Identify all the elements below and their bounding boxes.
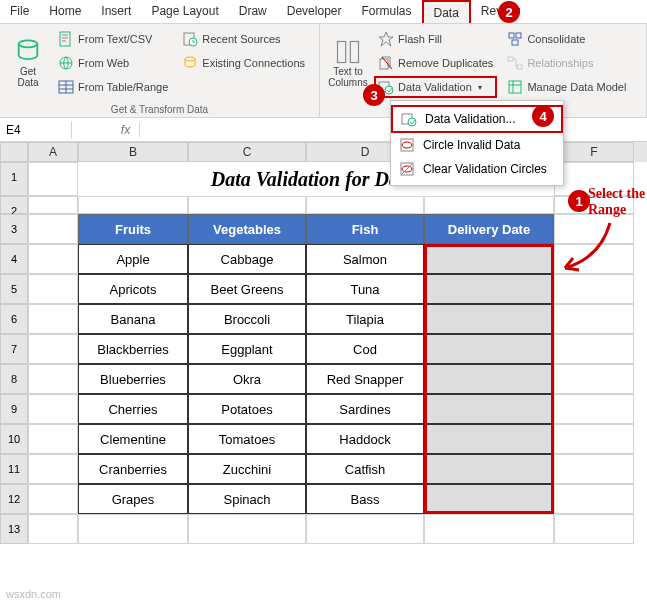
table-cell[interactable]: Broccoli: [188, 304, 306, 334]
row-header[interactable]: 8: [0, 364, 28, 394]
cell[interactable]: [28, 484, 78, 514]
row-header[interactable]: 1: [0, 162, 28, 196]
existing-connections-button[interactable]: Existing Connections: [178, 52, 309, 74]
table-cell[interactable]: [424, 484, 554, 514]
menu-item-circle-invalid[interactable]: Circle Invalid Data: [391, 133, 563, 157]
table-cell[interactable]: Tomatoes: [188, 424, 306, 454]
from-web-button[interactable]: From Web: [54, 52, 172, 74]
table-cell[interactable]: Tuna: [306, 274, 424, 304]
cell[interactable]: [28, 214, 78, 244]
cell[interactable]: [28, 196, 78, 214]
cell[interactable]: [78, 514, 188, 544]
cell[interactable]: [28, 304, 78, 334]
table-cell[interactable]: Blueberries: [78, 364, 188, 394]
tab-insert[interactable]: Insert: [91, 0, 141, 23]
header-fish[interactable]: Fish: [306, 214, 424, 244]
table-cell[interactable]: Apple: [78, 244, 188, 274]
cell[interactable]: [78, 196, 188, 214]
table-cell[interactable]: [424, 334, 554, 364]
table-cell[interactable]: Eggplant: [188, 334, 306, 364]
table-cell[interactable]: Clementine: [78, 424, 188, 454]
table-cell[interactable]: Potatoes: [188, 394, 306, 424]
table-cell[interactable]: Red Snapper: [306, 364, 424, 394]
tab-home[interactable]: Home: [39, 0, 91, 23]
row-header[interactable]: 6: [0, 304, 28, 334]
table-cell[interactable]: Sardines: [306, 394, 424, 424]
cell[interactable]: [28, 364, 78, 394]
tab-file[interactable]: File: [0, 0, 39, 23]
row-header[interactable]: 2: [0, 196, 28, 214]
table-cell[interactable]: Apricots: [78, 274, 188, 304]
row-header[interactable]: 13: [0, 514, 28, 544]
cell[interactable]: [554, 454, 634, 484]
get-data-button[interactable]: Get Data: [8, 28, 48, 98]
row-header[interactable]: 5: [0, 274, 28, 304]
table-cell[interactable]: Spinach: [188, 484, 306, 514]
table-cell[interactable]: Salmon: [306, 244, 424, 274]
data-validation-button[interactable]: Data Validation▾: [374, 76, 497, 98]
from-table-range-button[interactable]: From Table/Range: [54, 76, 172, 98]
table-cell[interactable]: Blackberries: [78, 334, 188, 364]
col-header-f[interactable]: F: [554, 142, 634, 162]
row-header[interactable]: 9: [0, 394, 28, 424]
cell[interactable]: [28, 274, 78, 304]
cell[interactable]: [28, 514, 78, 544]
cell[interactable]: [554, 394, 634, 424]
table-cell[interactable]: Catfish: [306, 454, 424, 484]
row-header[interactable]: 3: [0, 214, 28, 244]
consolidate-button[interactable]: Consolidate: [503, 28, 630, 50]
from-text-csv-button[interactable]: From Text/CSV: [54, 28, 172, 50]
select-all-corner[interactable]: [0, 142, 28, 162]
table-cell[interactable]: [424, 454, 554, 484]
cell[interactable]: [28, 244, 78, 274]
cell[interactable]: [306, 196, 424, 214]
row-header[interactable]: 10: [0, 424, 28, 454]
header-vegetables[interactable]: Vegetables: [188, 214, 306, 244]
cell[interactable]: [188, 514, 306, 544]
table-cell[interactable]: Grapes: [78, 484, 188, 514]
table-cell[interactable]: [424, 364, 554, 394]
menu-item-clear-circles[interactable]: Clear Validation Circles: [391, 157, 563, 181]
cell[interactable]: [28, 454, 78, 484]
tab-page-layout[interactable]: Page Layout: [141, 0, 228, 23]
table-cell[interactable]: [424, 424, 554, 454]
row-header[interactable]: 11: [0, 454, 28, 484]
cell[interactable]: [28, 424, 78, 454]
cell[interactable]: [554, 334, 634, 364]
table-cell[interactable]: Cherries: [78, 394, 188, 424]
manage-data-model-button[interactable]: Manage Data Model: [503, 76, 630, 98]
cell[interactable]: [554, 364, 634, 394]
table-cell[interactable]: Cranberries: [78, 454, 188, 484]
cell[interactable]: [424, 196, 554, 214]
col-header-c[interactable]: C: [188, 142, 306, 162]
table-cell[interactable]: Cabbage: [188, 244, 306, 274]
header-delivery-date[interactable]: Delivery Date: [424, 214, 554, 244]
col-header-a[interactable]: A: [28, 142, 78, 162]
table-cell[interactable]: Tilapia: [306, 304, 424, 334]
table-cell[interactable]: Cod: [306, 334, 424, 364]
row-header[interactable]: 7: [0, 334, 28, 364]
table-cell[interactable]: Bass: [306, 484, 424, 514]
table-cell[interactable]: Beet Greens: [188, 274, 306, 304]
table-cell[interactable]: Okra: [188, 364, 306, 394]
recent-sources-button[interactable]: Recent Sources: [178, 28, 309, 50]
cell[interactable]: [28, 334, 78, 364]
remove-duplicates-button[interactable]: Remove Duplicates: [374, 52, 497, 74]
cell[interactable]: [28, 394, 78, 424]
row-header[interactable]: 12: [0, 484, 28, 514]
table-cell[interactable]: Haddock: [306, 424, 424, 454]
col-header-b[interactable]: B: [78, 142, 188, 162]
cell[interactable]: [424, 514, 554, 544]
text-to-columns-button[interactable]: Text to Columns: [328, 28, 368, 98]
table-cell[interactable]: [424, 244, 554, 274]
cell[interactable]: [306, 514, 424, 544]
cell[interactable]: [554, 514, 634, 544]
cell[interactable]: [554, 424, 634, 454]
table-cell[interactable]: Banana: [78, 304, 188, 334]
table-cell[interactable]: [424, 394, 554, 424]
table-cell[interactable]: Zucchini: [188, 454, 306, 484]
tab-formulas[interactable]: Formulas: [351, 0, 421, 23]
tab-draw[interactable]: Draw: [229, 0, 277, 23]
cell[interactable]: [554, 274, 634, 304]
cell[interactable]: [554, 304, 634, 334]
